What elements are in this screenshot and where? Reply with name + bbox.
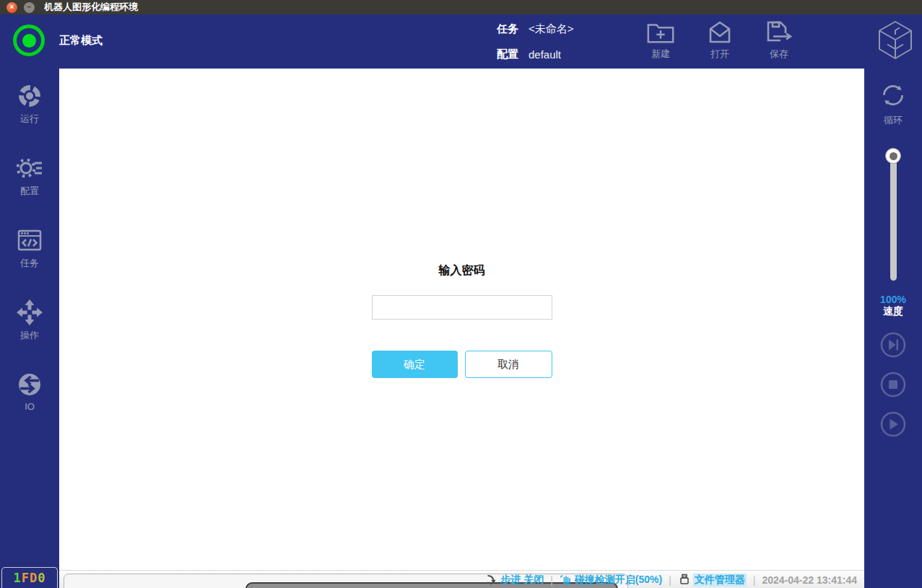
separator: | <box>753 574 756 586</box>
play-button[interactable] <box>879 411 907 438</box>
save-task-label: 保存 <box>758 48 800 61</box>
mode-indicator-block: 正常模式 <box>13 25 103 56</box>
loop-refresh-icon <box>878 100 908 113</box>
sidebar-item-label: 操作 <box>0 329 59 342</box>
open-envelope-icon <box>699 19 741 46</box>
sidebar-item-task[interactable]: 任务 <box>0 226 59 270</box>
app-header: 正常模式 任务 <未命名> 配置 default 新建 <box>0 14 922 69</box>
sidebar-nav: 运行 配置 <box>0 69 59 412</box>
code-window-icon <box>0 226 59 255</box>
dialog-buttons: 确定 取消 <box>372 351 552 378</box>
sidebar-item-config[interactable]: 配置 <box>0 154 59 198</box>
window-titlebar: × − 机器人图形化编程环境 <box>0 0 922 14</box>
status-items: 步进 关闭 | 碰撞检测开启(50%) | 文件管理器 <box>486 573 857 587</box>
sidebar-item-operate[interactable]: 操作 <box>0 298 59 342</box>
config-row: 配置 default <box>497 46 574 62</box>
new-task-button[interactable]: 新建 <box>640 19 682 61</box>
status-code-char: 0 <box>38 571 45 585</box>
status-code-char: F <box>22 571 30 585</box>
loop-label: 循环 <box>864 114 922 127</box>
new-task-label: 新建 <box>640 48 682 61</box>
left-sidebar: 运行 配置 <box>0 69 59 588</box>
right-sidebar: 循环 100% 速度 <box>864 69 922 588</box>
brand-cube-logo-icon <box>876 19 915 64</box>
header-actions: 新建 打开 保存 <box>640 19 800 61</box>
gear-settings-icon <box>0 154 59 183</box>
task-config-block: 任务 <未命名> 配置 default <box>497 21 574 71</box>
dialog-title: 输入密码 <box>372 263 552 278</box>
clock-timestamp: 2024-04-22 13:41:44 <box>762 574 857 586</box>
sidebar-item-label: 配置 <box>0 185 59 198</box>
sidebar-item-label: 运行 <box>0 113 59 126</box>
save-floppy-icon <box>758 19 800 46</box>
run-target-icon <box>0 82 59 110</box>
speed-readout: 100% 速度 <box>864 294 922 317</box>
collision-hand-icon <box>560 574 572 587</box>
close-icon[interactable]: × <box>6 2 17 13</box>
sidebar-item-label: IO <box>0 401 59 412</box>
skip-next-icon <box>879 348 907 361</box>
speed-value: 100% <box>864 294 922 305</box>
open-task-label: 打开 <box>699 48 741 61</box>
config-label: 配置 <box>497 48 518 61</box>
speed-slider-track[interactable] <box>890 151 897 281</box>
config-value: default <box>529 48 561 61</box>
step-arrow-icon <box>486 574 497 587</box>
stop-button[interactable] <box>879 371 907 398</box>
status-indicator-icon <box>13 25 45 56</box>
loop-button[interactable]: 循环 <box>864 80 922 127</box>
mode-label: 正常模式 <box>59 34 103 48</box>
password-dialog: 输入密码 确定 取消 <box>372 69 552 378</box>
collision-detect-label: 碰撞检测开启(50%) <box>575 574 662 587</box>
separator: | <box>550 574 553 586</box>
file-manager-button[interactable]: 文件管理器 <box>678 573 747 587</box>
status-code-box[interactable]: 1FD0 <box>1 567 58 588</box>
window-title: 机器人图形化编程环境 <box>44 1 138 14</box>
io-swap-icon <box>0 370 59 399</box>
sidebar-item-label: 任务 <box>0 257 59 270</box>
step-mode-status[interactable]: 步进 关闭 <box>486 574 544 587</box>
status-code-char: D <box>30 571 38 585</box>
ok-button[interactable]: 确定 <box>372 351 458 378</box>
status-bar: 步进 关闭 | 碰撞检测开启(50%) | 文件管理器 <box>59 570 864 588</box>
save-task-button[interactable]: 保存 <box>758 19 800 61</box>
task-value: <未命名> <box>529 22 574 36</box>
step-mode-label: 步进 关闭 <box>500 574 544 587</box>
file-manager-label: 文件管理器 <box>693 574 747 587</box>
status-code-char: 1 <box>14 571 22 585</box>
collision-detect-status[interactable]: 碰撞检测开启(50%) <box>560 574 662 587</box>
cancel-button[interactable]: 取消 <box>465 351 552 378</box>
transport-controls <box>864 331 922 438</box>
password-input[interactable] <box>372 295 552 320</box>
sidebar-item-io[interactable]: IO <box>0 370 59 412</box>
separator: | <box>669 574 671 586</box>
speed-label: 速度 <box>864 305 922 317</box>
sidebar-item-run[interactable]: 运行 <box>0 82 59 126</box>
task-label: 任务 <box>497 22 518 36</box>
task-row: 任务 <未命名> <box>497 21 574 37</box>
speed-slider[interactable] <box>864 148 922 281</box>
minimize-icon[interactable]: − <box>24 2 35 13</box>
step-next-button[interactable] <box>879 331 907 359</box>
new-folder-icon <box>640 19 682 46</box>
open-task-button[interactable]: 打开 <box>699 19 741 61</box>
play-icon <box>879 428 907 440</box>
usb-drive-icon <box>678 573 690 587</box>
main-content: 输入密码 确定 取消 <box>59 69 864 570</box>
stop-icon <box>879 388 907 400</box>
speed-slider-handle[interactable] <box>885 148 901 164</box>
move-arrows-icon <box>0 298 59 327</box>
